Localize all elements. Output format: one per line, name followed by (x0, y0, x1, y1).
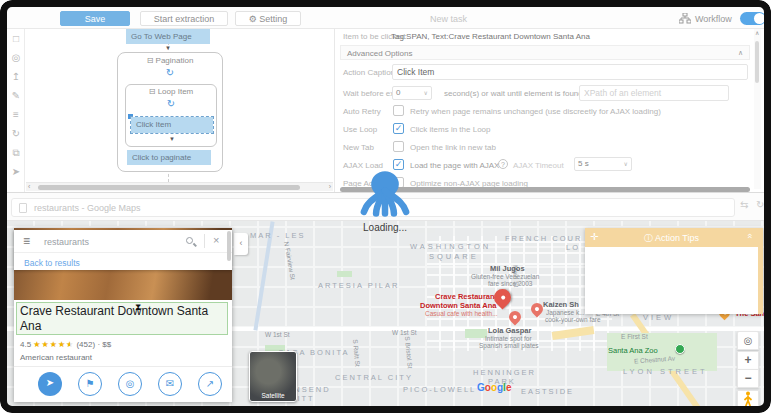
scroll-up-icon[interactable]: ∧ (755, 29, 759, 36)
ajax-timeout-value: 5 s (578, 159, 589, 168)
place-category[interactable]: American restaurant (20, 353, 92, 362)
ajax-timeout-select[interactable]: 5 s∨ (574, 157, 632, 171)
app-window: Save Start extraction ⚙ Setting New task… (0, 0, 771, 413)
search-input[interactable]: restaurants (44, 237, 89, 247)
map-area-label: VIEW (643, 313, 674, 322)
poi-kaizen[interactable]: Kaizen Sh (543, 300, 579, 309)
send-to-phone-button[interactable]: ✉ (158, 372, 182, 396)
page-icon (19, 203, 27, 213)
pagination-label: Pagination (156, 56, 194, 65)
setting-button[interactable]: ⚙ Setting (235, 11, 301, 26)
scroll-right-icon[interactable]: › (329, 183, 331, 190)
list-icon[interactable]: ≡ (8, 109, 24, 120)
poi-crave-restaurant-line2[interactable]: Downtown Santa Ana (420, 301, 496, 310)
satellite-toggle[interactable]: Satellite (249, 351, 297, 402)
chevron-up-icon[interactable]: ∧ (738, 49, 743, 57)
refresh-icon[interactable]: ↻ (756, 199, 764, 210)
collapse-box-icon[interactable]: ⊟ (147, 56, 154, 65)
workflow-toggle-label: Workflow (695, 14, 732, 24)
workflow-icon (679, 13, 691, 24)
workflow-h-scrollbar[interactable]: ‹ › (26, 182, 333, 191)
back-to-results-link[interactable]: Back to results (24, 258, 80, 268)
map-area-label: EASTSIDE (521, 387, 574, 396)
action-tips-panel: ✛ ⓘ Action Tips « (585, 228, 763, 314)
map-area-label: SQUARE (429, 252, 479, 261)
save-button[interactable]: Save (60, 11, 130, 26)
nearby-button[interactable]: ◎ (118, 372, 142, 396)
my-location-button[interactable]: ◎ (737, 331, 759, 350)
export-icon[interactable]: ↥ (8, 71, 24, 82)
config-v-scrollbar[interactable]: ∧ (754, 29, 761, 189)
action-caption-label: Action Caption (343, 68, 395, 77)
scrollbar-thumb[interactable] (38, 185, 300, 190)
search-icon[interactable] (186, 237, 193, 244)
map-area-label: LO (566, 243, 580, 252)
workflow-node-go-to-web-page[interactable]: Go To Web Page (126, 29, 210, 44)
action-tips-title: ⓘ Action Tips (585, 232, 758, 245)
star-rating-icon: ★★★★★★★★★★ (33, 340, 74, 349)
poi-description: Gluten-free Venezuelan (471, 273, 539, 280)
task-name-input[interactable]: New task (430, 14, 467, 24)
share-button[interactable]: ↗ (198, 372, 222, 396)
wait-seconds-select[interactable]: 0∨ (392, 86, 432, 100)
poi-mil-jugos[interactable]: Mil Jugos (490, 264, 525, 273)
save-place-button[interactable]: ⚑ (78, 372, 102, 396)
rating-value: 4.5 (20, 340, 31, 349)
workflow-node-click-item[interactable]: Click Item (131, 117, 213, 133)
xpath-input[interactable] (579, 85, 729, 101)
use-loop-label: Use Loop (343, 125, 377, 134)
loop-item-label: Loop Item (158, 87, 194, 96)
google-logo: Google (477, 382, 511, 393)
refresh-icon[interactable]: ↻ (8, 128, 24, 139)
price-level: $$ (102, 340, 111, 349)
workflow-panel: □ ◎ ↥ ✎ ≡ ↻ ⧉ ➤ Go To Web Page ▼ ⊟ Pagin… (7, 29, 333, 192)
card-scrollbar[interactable] (227, 231, 231, 261)
action-caption-input[interactable] (392, 64, 748, 80)
top-toolbar: Save Start extraction ⚙ Setting New task… (7, 7, 764, 29)
zoo-marker-icon[interactable] (675, 344, 685, 354)
workflow-toggle[interactable] (740, 12, 766, 25)
close-icon[interactable]: × (213, 234, 219, 246)
gear-icon: ⚙ (249, 14, 257, 24)
arrow-down-icon: ▼ (169, 136, 175, 142)
directions-button[interactable]: ➤ (38, 372, 62, 396)
edit-icon[interactable]: ✎ (8, 90, 24, 101)
map-street-label: W 1st St (392, 329, 417, 336)
rating-row: 4.5 ★★★★★★★★★★ (452) · $$ (20, 340, 111, 349)
poi-santa-ana-zoo[interactable]: Santa Ana Zoo (608, 346, 658, 355)
search-icon-handle (193, 243, 197, 247)
workflow-icon[interactable]: ⧉ (8, 147, 24, 159)
zoom-out-button[interactable]: − (737, 369, 759, 388)
workflow-node-click-to-paginate[interactable]: Click to paginate (127, 150, 211, 165)
workflow-node-loop-item[interactable]: ⊟ Loop Item ↻ Click Item ▼ (125, 84, 217, 147)
menu-icon[interactable]: ≡ (23, 234, 30, 248)
poi-description: cook-your-own fare (545, 316, 601, 323)
scroll-left-icon[interactable]: ‹ (28, 183, 30, 190)
scrollbar-thumb[interactable] (755, 41, 759, 83)
arrow-down-icon: ▼ (165, 45, 171, 51)
pegman-button[interactable] (737, 390, 759, 406)
auto-retry-checkbox[interactable] (393, 105, 404, 116)
loop-icon: ↻ (118, 67, 222, 78)
action-tips-header[interactable]: ✛ ⓘ Action Tips « (585, 228, 758, 247)
click-tool-icon[interactable]: ◎ (8, 52, 24, 63)
new-tab-label: New Tab (343, 143, 374, 152)
switch-browser-icon[interactable]: ⇆ (740, 199, 748, 210)
place-title[interactable]: Crave Restaurant Downtown Santa Ana (17, 303, 227, 335)
start-extraction-button[interactable]: Start extraction (140, 11, 228, 26)
side-panel-collapse-button[interactable]: ‹ (234, 233, 248, 255)
help-icon[interactable]: ? (498, 159, 508, 169)
browse-icon[interactable]: □ (8, 33, 24, 44)
place-title-highlight[interactable]: Crave Restaurant Downtown Santa Ana (16, 302, 228, 335)
advanced-options-header[interactable]: Advanced Options ∧ (340, 45, 750, 60)
poi-lola-gaspar[interactable]: Lola Gaspar (488, 326, 531, 335)
collapse-box-icon[interactable]: ⊟ (149, 87, 156, 96)
new-tab-checkbox[interactable] (393, 141, 404, 152)
review-count[interactable]: (452) (76, 340, 95, 349)
select-icon[interactable]: ➤ (8, 166, 24, 177)
poi-crave-restaurant[interactable]: Crave Restaurant (435, 292, 497, 301)
use-loop-checkbox[interactable]: ✓ (393, 123, 404, 134)
zoom-in-button[interactable]: + (737, 351, 759, 370)
poi-description: Casual cafe with health... (425, 310, 498, 317)
collapse-panel-icon[interactable]: « (744, 233, 754, 238)
